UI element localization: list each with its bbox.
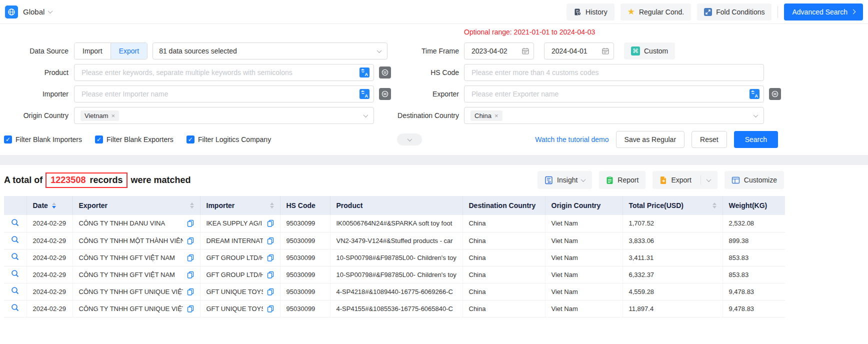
time-frame-label: Time Frame — [395, 47, 464, 55]
exporter-field[interactable]: A — [464, 86, 764, 102]
workspace-chevron-down-icon[interactable] — [48, 8, 53, 14]
reset-button[interactable]: Reset — [692, 131, 727, 148]
copy-icon[interactable] — [267, 254, 274, 262]
save-as-regular-button[interactable]: Save as Regular — [616, 131, 685, 148]
cell-hs-code: 95030099 — [280, 215, 330, 232]
checkbox-checked-icon: ✓ — [95, 136, 103, 144]
product-exclude-filter-button[interactable] — [379, 66, 391, 78]
import-toggle[interactable]: Import — [74, 43, 110, 59]
copy-icon[interactable] — [187, 305, 194, 312]
row-detail-magnifier-icon[interactable] — [11, 286, 20, 295]
cell-weight: 853.83 — [722, 266, 785, 283]
col-product: Product — [330, 196, 462, 215]
product-field[interactable]: A — [74, 64, 374, 81]
cell-importer[interactable]: IKEA SUPPLY AG/I — [206, 220, 263, 227]
regular-cond-button[interactable]: ★ Regular Cond. — [620, 4, 692, 20]
copy-icon[interactable] — [267, 220, 274, 227]
tag-close-icon[interactable]: × — [111, 112, 115, 119]
origin-country-select[interactable]: Vietnam × — [74, 107, 374, 124]
export-toggle[interactable]: Export — [110, 43, 147, 59]
copy-icon[interactable] — [267, 237, 274, 244]
hs-code-input[interactable] — [470, 68, 760, 77]
history-button[interactable]: History — [566, 4, 614, 20]
customize-button[interactable]: Customize — [724, 171, 784, 189]
product-input[interactable] — [80, 68, 360, 77]
time-frame-start[interactable] — [464, 42, 534, 60]
cell-hs-code: 95030099 — [280, 249, 330, 266]
row-detail-magnifier-icon[interactable] — [11, 252, 20, 261]
search-button[interactable]: Search — [734, 131, 778, 148]
importer-field[interactable]: A — [74, 86, 374, 102]
copy-icon[interactable] — [187, 288, 194, 296]
row-detail-magnifier-icon[interactable] — [11, 304, 20, 312]
exporter-exclude-filter-button[interactable] — [769, 88, 781, 100]
start-date-input[interactable] — [470, 46, 522, 56]
export-chevron-down-icon[interactable] — [706, 177, 711, 182]
cell-exporter[interactable]: CÔNG TY TNHH GFT UNIQUE VIỆT — [79, 288, 183, 296]
calendar-icon[interactable] — [522, 47, 530, 55]
report-button[interactable]: Report — [599, 171, 646, 189]
cell-exporter[interactable]: CÔNG TY TNHH MỘT THÀNH VIÊN — [79, 237, 183, 244]
custom-range-button[interactable]: ⌘ Custom — [624, 42, 675, 60]
data-sources-value: 81 data sources selected — [159, 47, 237, 55]
sort-total-price[interactable] — [712, 202, 716, 208]
importer-input[interactable] — [80, 90, 360, 98]
sort-date[interactable] — [52, 202, 56, 208]
cell-importer[interactable]: GFT GROUP LTD/H — [206, 254, 263, 262]
cell-importer[interactable]: GFT UNIQUE TOYS — [206, 305, 263, 312]
cell-date: 2024-02-29 — [26, 283, 72, 300]
table-header-row: Date Exporter Importer HS Code Product D… — [4, 196, 785, 215]
chevron-down-icon — [407, 136, 412, 142]
importer-exclude-filter-button[interactable] — [379, 88, 391, 100]
data-sources-select[interactable]: 81 data sources selected — [152, 42, 388, 60]
sort-exporter[interactable] — [190, 202, 194, 208]
end-date-input[interactable] — [550, 46, 602, 56]
translate-icon[interactable]: A — [360, 68, 370, 78]
cell-hs-code: 95030099 — [280, 300, 330, 317]
copy-icon[interactable] — [187, 254, 194, 262]
copy-icon[interactable] — [267, 288, 274, 296]
app-logo[interactable] — [5, 6, 18, 18]
export-button[interactable]: Export — [652, 171, 717, 189]
exclude-filter-icon — [381, 68, 389, 76]
filter-blank-exporters-checkbox[interactable]: ✓ Filter Blank Exporters — [95, 136, 174, 144]
row-detail-magnifier-icon[interactable] — [11, 270, 20, 278]
time-frame-end[interactable] — [544, 42, 614, 60]
cell-exporter[interactable]: CÔNG TY TNHH GFT VIỆT NAM — [79, 271, 183, 278]
row-detail-magnifier-icon[interactable] — [11, 218, 20, 227]
fold-conditions-button[interactable]: Fold Conditions — [697, 4, 772, 20]
insight-button[interactable]: BI Insight — [538, 171, 592, 189]
cell-importer[interactable]: GFT GROUP LTD/H — [206, 271, 263, 278]
cell-importer[interactable]: GFT UNIQUE TOYS — [206, 288, 263, 296]
row-detail-magnifier-icon[interactable] — [11, 236, 20, 244]
hs-code-field[interactable] — [464, 64, 764, 81]
copy-icon[interactable] — [267, 305, 274, 312]
tag-close-icon[interactable]: × — [494, 112, 498, 119]
cell-exporter[interactable]: CÔNG TY TNHH GFT VIỆT NAM — [79, 254, 183, 262]
copy-icon[interactable] — [187, 237, 194, 244]
star-icon: ★ — [628, 8, 635, 16]
tutorial-link[interactable]: Watch the tutorial demo — [535, 136, 608, 144]
copy-icon[interactable] — [187, 220, 194, 227]
translate-icon[interactable]: A — [750, 89, 760, 99]
filter-blank-importers-checkbox[interactable]: ✓ Filter Blank Importers — [4, 136, 82, 144]
advanced-search-button[interactable]: Advanced Search — [784, 4, 863, 20]
cell-weight: 9,478.83 — [722, 283, 785, 300]
cell-importer[interactable]: DREAM INTERNATI — [206, 237, 263, 244]
cell-destination: China — [462, 283, 545, 300]
cell-exporter[interactable]: CÔNG TY TNHH DANU VINA — [79, 220, 183, 227]
exporter-input[interactable] — [470, 90, 750, 98]
col-exporter-label: Exporter — [79, 202, 186, 210]
destination-country-select[interactable]: China × — [464, 107, 764, 124]
translate-icon[interactable]: A — [360, 89, 370, 99]
copy-icon[interactable] — [267, 271, 274, 278]
results-records-word: records — [90, 175, 122, 186]
cell-product: 10-SP00798#&F98785L00- Children's toy — [330, 266, 462, 283]
filter-logitics-company-checkbox[interactable]: ✓ Filter Logitics Company — [186, 136, 271, 144]
data-source-label: Data Source — [0, 47, 74, 55]
collapse-filters-button[interactable] — [397, 134, 422, 146]
copy-icon[interactable] — [187, 271, 194, 278]
sort-importer[interactable] — [270, 202, 274, 208]
cell-exporter[interactable]: CÔNG TY TNHH GFT UNIQUE VIỆT — [79, 305, 183, 312]
calendar-icon[interactable] — [602, 47, 610, 55]
